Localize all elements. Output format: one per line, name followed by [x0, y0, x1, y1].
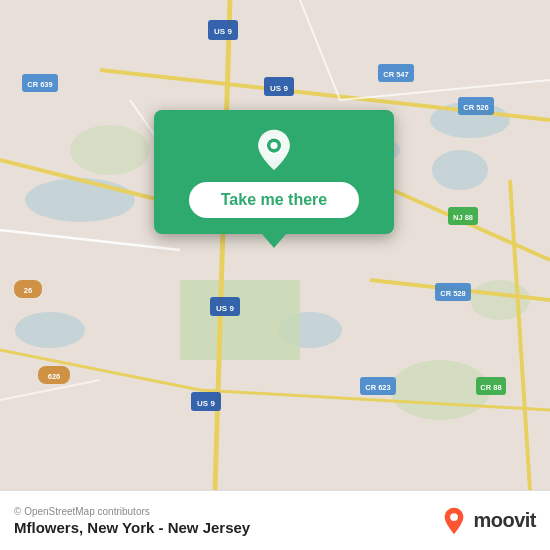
- footer-info: © OpenStreetMap contributors Mflowers, N…: [14, 506, 250, 536]
- location-pin-icon: [252, 128, 296, 172]
- svg-text:US 9: US 9: [270, 84, 288, 93]
- svg-text:CR 528: CR 528: [440, 289, 465, 298]
- svg-text:626: 626: [48, 372, 61, 381]
- svg-text:US 9: US 9: [214, 27, 232, 36]
- map-attribution: © OpenStreetMap contributors: [14, 506, 250, 517]
- svg-text:CR 623: CR 623: [365, 383, 390, 392]
- svg-text:CR 547: CR 547: [383, 70, 408, 79]
- svg-text:26: 26: [24, 286, 32, 295]
- svg-text:CR 88: CR 88: [480, 383, 501, 392]
- svg-point-3: [432, 150, 488, 190]
- moovit-pin-icon: [440, 507, 468, 535]
- svg-point-1: [25, 178, 135, 222]
- svg-point-8: [390, 360, 490, 420]
- svg-rect-7: [180, 280, 300, 360]
- svg-point-54: [451, 513, 459, 521]
- svg-point-4: [15, 312, 85, 348]
- svg-point-9: [70, 125, 150, 175]
- take-me-there-button[interactable]: Take me there: [189, 182, 359, 218]
- map-container: US 9 CR 547 CR 639 US 9 CR 526 NJ 88 US …: [0, 0, 550, 490]
- svg-text:US 9: US 9: [197, 399, 215, 408]
- moovit-logo: moovit: [440, 507, 536, 535]
- svg-text:US 9: US 9: [216, 304, 234, 313]
- svg-text:CR 639: CR 639: [27, 80, 52, 89]
- svg-text:CR 526: CR 526: [463, 103, 488, 112]
- popup-card: Take me there: [154, 110, 394, 234]
- svg-point-10: [470, 280, 530, 320]
- moovit-brand-text: moovit: [473, 509, 536, 532]
- svg-point-53: [270, 142, 277, 149]
- location-title: Mflowers, New York - New Jersey: [14, 519, 250, 536]
- svg-text:NJ 88: NJ 88: [453, 213, 473, 222]
- footer-bar: © OpenStreetMap contributors Mflowers, N…: [0, 490, 550, 550]
